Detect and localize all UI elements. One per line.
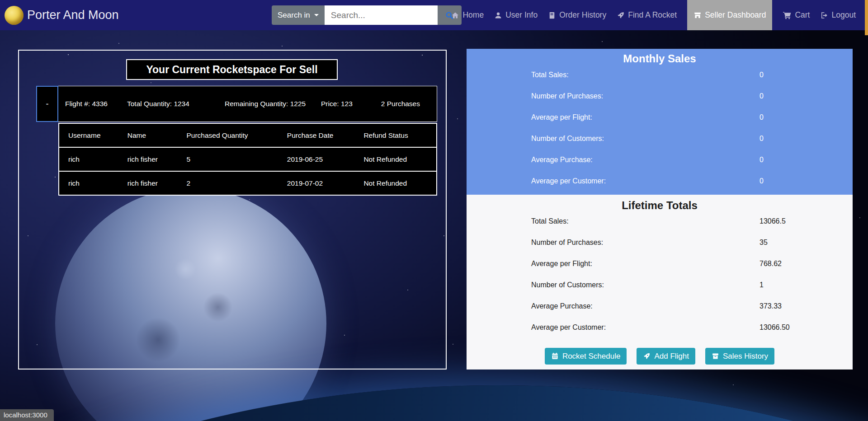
nav-find-a-rocket[interactable]: Find A Rocket xyxy=(617,10,677,20)
nav-logout[interactable]: Logout xyxy=(820,10,856,20)
stat-row: Average Purchase: 373.33 xyxy=(467,295,853,317)
flight-number: Flight #: 4336 xyxy=(65,100,108,108)
col-name: Name xyxy=(118,123,178,147)
purchase-table: Username Name Purchased Quantity Purchas… xyxy=(58,123,437,196)
nav-seller-dashboard[interactable]: Seller Dashboard xyxy=(687,0,772,30)
user-icon xyxy=(494,11,502,19)
monthly-stat-list: Total Sales: 0 Number of Purchases: 0 Av… xyxy=(467,64,853,192)
nav-label: Order History xyxy=(559,10,606,20)
stat-row: Total Sales: 13066.5 xyxy=(467,210,853,232)
stat-label: Average per Flight: xyxy=(531,113,592,122)
nav-links: Home User Info Order History Find A Rock… xyxy=(441,0,856,30)
nav-label: User Info xyxy=(505,10,538,20)
stat-label: Number of Purchases: xyxy=(531,239,603,247)
stat-row: Number of Customers: 0 xyxy=(467,128,853,149)
stat-value: 373.33 xyxy=(760,302,782,310)
monthly-sales-title: Monthly Sales xyxy=(467,49,853,65)
stat-label: Total Sales: xyxy=(531,217,569,225)
table-row: rich rich fisher 2 2019-07-02 Not Refund… xyxy=(59,171,437,195)
nav-label: Home xyxy=(462,10,484,20)
stat-row: Number of Purchases: 0 xyxy=(467,85,853,107)
col-refund-status: Refund Status xyxy=(354,123,437,147)
button-label: Add Flight xyxy=(654,352,689,361)
table-header-row: Username Name Purchased Quantity Purchas… xyxy=(59,123,437,147)
nav-label: Cart xyxy=(795,10,810,20)
nav-home[interactable]: Home xyxy=(451,10,484,20)
rocket-icon xyxy=(643,352,651,360)
calendar-icon xyxy=(551,352,559,360)
stat-value: 768.62 xyxy=(760,260,782,268)
order-history-icon xyxy=(548,11,556,19)
search-in-dropdown[interactable]: Search in xyxy=(272,5,325,25)
stat-label: Total Sales: xyxy=(531,71,569,79)
panel-title: Your Current Rocketspace For Sell xyxy=(126,59,338,80)
rocketspace-panel: Your Current Rocketspace For Sell - Flig… xyxy=(18,50,447,370)
col-purchase-date: Purchase Date xyxy=(278,123,355,147)
search-in-label: Search in xyxy=(278,11,310,20)
col-purchased-quantity: Purchased Quantity xyxy=(177,123,278,147)
add-flight-button[interactable]: Add Flight xyxy=(637,348,695,365)
cell-username: rich xyxy=(59,147,118,171)
browser-status-bar: localhost:3000 xyxy=(0,409,54,421)
nav-label: Logout xyxy=(831,10,856,20)
stat-row: Average per Customer: 13066.50 xyxy=(467,317,853,338)
lifetime-stat-list: Total Sales: 13066.5 Number of Purchases… xyxy=(467,210,853,338)
lifetime-totals-title: Lifetime Totals xyxy=(467,195,853,212)
stat-label: Average per Customer: xyxy=(531,323,606,332)
stat-label: Number of Customers: xyxy=(531,135,604,143)
dashboard-actions: Rocket Schedule Add Flight Sales History xyxy=(467,348,853,365)
flight-purchase-count: 2 Purchases xyxy=(381,100,420,108)
stat-value: 35 xyxy=(760,239,768,247)
stat-row: Average per Flight: 0 xyxy=(467,107,853,128)
stat-row: Number of Purchases: 35 xyxy=(467,232,853,253)
flight-info[interactable]: Flight #: 4336 Total Quantity: 1234 Rema… xyxy=(58,86,437,122)
search-input[interactable] xyxy=(325,5,438,25)
stat-row: Total Sales: 0 xyxy=(467,64,853,85)
stat-value: 1 xyxy=(760,281,764,289)
stat-label: Average per Customer: xyxy=(531,177,606,185)
button-label: Rocket Schedule xyxy=(562,352,621,361)
stat-row: Average Purchase: 0 xyxy=(467,149,853,170)
stat-value: 13066.5 xyxy=(760,217,786,225)
stat-value: 0 xyxy=(760,92,764,100)
brand[interactable]: Porter And Moon xyxy=(5,0,119,30)
stat-value: 0 xyxy=(760,71,764,79)
stat-value: 13066.50 xyxy=(760,323,790,332)
stat-value: 0 xyxy=(760,113,764,122)
nav-label: Seller Dashboard xyxy=(705,10,766,20)
scrollbar-thumb[interactable] xyxy=(865,0,868,35)
stat-label: Number of Purchases: xyxy=(531,92,603,100)
flight-remaining-quantity: Remaining Quantity: 1225 xyxy=(225,100,306,108)
cell-refund-status: Not Refunded xyxy=(354,171,437,195)
cell-purchase-date: 2019-06-25 xyxy=(278,147,355,171)
cell-purchased-quantity: 2 xyxy=(177,171,278,195)
logout-icon xyxy=(820,11,828,19)
caret-down-icon xyxy=(314,14,319,16)
collapse-flight-button[interactable]: - xyxy=(36,86,58,122)
sales-history-button[interactable]: Sales History xyxy=(705,348,774,365)
monthly-sales-section: Monthly Sales Total Sales: 0 Number of P… xyxy=(467,49,853,195)
stat-label: Average Purchase: xyxy=(531,156,593,164)
stat-value: 0 xyxy=(760,177,764,185)
nav-user-info[interactable]: User Info xyxy=(494,10,538,20)
cell-refund-status: Not Refunded xyxy=(354,147,437,171)
flight-total-quantity: Total Quantity: 1234 xyxy=(127,100,189,108)
rocket-schedule-button[interactable]: Rocket Schedule xyxy=(545,348,627,365)
rocket-icon xyxy=(617,11,625,19)
seller-stats-panel: Monthly Sales Total Sales: 0 Number of P… xyxy=(467,49,853,370)
cell-username: rich xyxy=(59,171,118,195)
lifetime-totals-section: Lifetime Totals Total Sales: 13066.5 Num… xyxy=(467,195,853,370)
stat-label: Average Purchase: xyxy=(531,302,593,310)
nav-cart[interactable]: Cart xyxy=(783,10,810,20)
home-icon xyxy=(451,11,459,19)
stat-value: 0 xyxy=(760,135,764,143)
moon-logo-icon xyxy=(5,6,24,25)
cell-purchase-date: 2019-07-02 xyxy=(278,171,355,195)
cell-name: rich fisher xyxy=(118,147,178,171)
nav-order-history[interactable]: Order History xyxy=(548,10,606,20)
stat-label: Number of Customers: xyxy=(531,281,604,289)
nav-label: Find A Rocket xyxy=(628,10,677,20)
cell-name: rich fisher xyxy=(118,171,178,195)
stat-row: Number of Customers: 1 xyxy=(467,274,853,295)
flight-price: Price: 123 xyxy=(321,100,353,108)
